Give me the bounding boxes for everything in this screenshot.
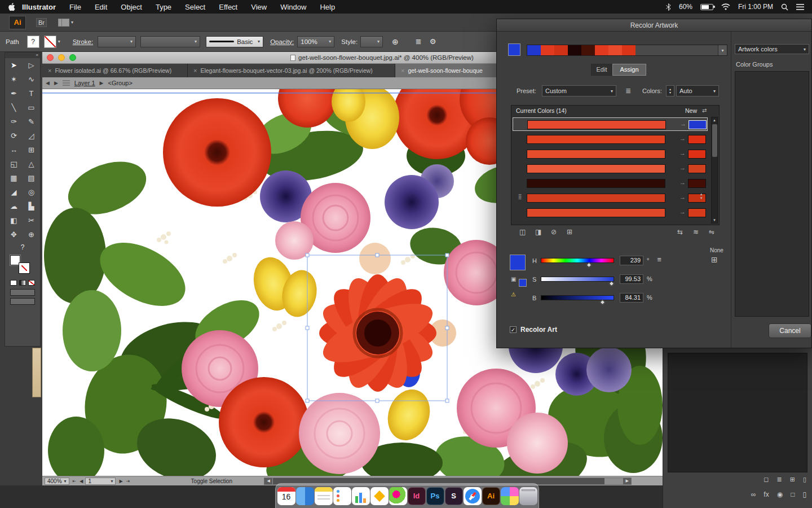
- menu-item-object[interactable]: Object: [121, 3, 142, 11]
- colors-scrollbar[interactable]: ▲ ▼: [711, 117, 718, 224]
- stroke-link-label[interactable]: Stroke:: [73, 38, 93, 45]
- tab-assign[interactable]: Assign: [612, 64, 646, 76]
- current-color-bar[interactable]: [527, 135, 665, 144]
- document-info-globe-icon[interactable]: ⊕: [392, 37, 399, 46]
- current-color-bar[interactable]: [527, 208, 665, 217]
- out-of-gamut-warning-icon[interactable]: ⚠: [511, 291, 516, 297]
- swatch-library-limit-icon[interactable]: ⊞: [711, 255, 718, 264]
- scale-tool[interactable]: ◿: [23, 129, 40, 143]
- current-color-row-2[interactable]: →: [513, 133, 708, 146]
- illustrator-logo[interactable]: Ai: [9, 16, 26, 29]
- brush-definition-dropdown[interactable]: Basic ▾: [206, 36, 263, 47]
- stroke-swatch[interactable]: [19, 263, 29, 273]
- rotate-tool[interactable]: ⟳: [5, 129, 23, 143]
- new-color-swatch[interactable]: [688, 194, 706, 203]
- scroll-right-icon[interactable]: ▶: [623, 478, 631, 484]
- prev-artboard-icon[interactable]: ◀: [80, 479, 83, 484]
- slack-dock-icon[interactable]: S: [445, 487, 463, 505]
- menu-item-type[interactable]: Type: [156, 3, 171, 11]
- current-color-bar[interactable]: [527, 164, 665, 173]
- workspace-switcher[interactable]: ▾: [58, 19, 73, 27]
- menu-item-view[interactable]: View: [251, 3, 267, 11]
- artboard-tool[interactable]: ◧: [5, 213, 23, 227]
- type-tool[interactable]: T: [23, 86, 40, 100]
- notes-dock-icon[interactable]: [315, 487, 333, 505]
- hsb-color-swatch[interactable]: [510, 255, 526, 270]
- stroke-proxy-swatch[interactable]: [44, 36, 56, 48]
- saturation-value-field[interactable]: 99.53: [620, 274, 643, 284]
- transform-panel-icon[interactable]: ≣: [416, 37, 422, 46]
- pen-tool[interactable]: ✒: [5, 86, 23, 100]
- brightness-slider[interactable]: [541, 295, 614, 300]
- separate-colors-icon[interactable]: ◨: [535, 228, 541, 236]
- back-icon[interactable]: ◀: [46, 80, 50, 86]
- artwork-colors-dropdown[interactable]: Artwork colors ▾: [735, 44, 809, 54]
- saturation-slider-thumb[interactable]: [609, 281, 615, 287]
- menu-item-effect[interactable]: Effect: [219, 3, 237, 11]
- gradient-button[interactable]: [19, 280, 26, 286]
- last-artboard-icon[interactable]: ⇥: [126, 479, 130, 484]
- lasso-tool[interactable]: ∿: [23, 72, 40, 86]
- new-layer-icon[interactable]: □: [791, 491, 795, 498]
- new-color-swatch[interactable]: [688, 179, 706, 188]
- swap-columns-icon[interactable]: ⇄: [702, 107, 707, 113]
- indesign-dock-icon[interactable]: Id: [408, 487, 426, 505]
- tab-edit[interactable]: Edit: [591, 64, 612, 76]
- brightness-slider-thumb[interactable]: [599, 300, 605, 305]
- photoshop-dock-icon[interactable]: Ps: [426, 487, 444, 505]
- close-tab-icon[interactable]: ×: [48, 67, 51, 74]
- menu-item-file[interactable]: File: [69, 3, 81, 11]
- breadcrumb-group[interactable]: <Group>: [108, 80, 132, 86]
- opacity-link-label[interactable]: Opacity:: [270, 38, 294, 45]
- bridge-button[interactable]: Br: [36, 18, 47, 27]
- save-preset-icon[interactable]: ≣: [625, 87, 631, 95]
- zoom-dropdown[interactable]: 400% ▾: [45, 478, 69, 485]
- hue-slider[interactable]: [541, 258, 614, 263]
- document-tab-1[interactable]: × Flower isolated.ai @ 66.67% (RGB/Previ…: [42, 64, 188, 77]
- eyedropper-tool[interactable]: ◢: [5, 185, 23, 199]
- illustrator-dock-icon[interactable]: Ai: [482, 487, 500, 505]
- trash-dock-icon[interactable]: [519, 487, 537, 505]
- link-icon[interactable]: ∞: [751, 491, 756, 498]
- exclude-colors-icon[interactable]: ⊘: [551, 228, 557, 236]
- opacity-dropdown[interactable]: 100% ▾: [297, 36, 334, 47]
- layers-list-empty[interactable]: [668, 353, 807, 472]
- apple-icon[interactable]: [8, 3, 15, 11]
- current-color-bar[interactable]: [527, 179, 665, 188]
- symbol-sprayer-tool[interactable]: ☁: [5, 199, 23, 213]
- mesh-tool[interactable]: ▦: [5, 171, 23, 185]
- active-app-name[interactable]: Illustrator: [22, 3, 56, 11]
- colors-stepper[interactable]: ▴ ▾: [666, 85, 674, 97]
- preset-dropdown[interactable]: Custom ▾: [542, 85, 616, 97]
- none-button[interactable]: [28, 280, 35, 286]
- breadcrumb-layer[interactable]: Layer 1: [74, 80, 95, 86]
- chevron-down-icon[interactable]: ▾: [718, 45, 727, 55]
- direct-selection-tool[interactable]: ▷: [23, 58, 40, 72]
- current-color-row-4[interactable]: →: [513, 162, 708, 176]
- color-groups-list[interactable]: [735, 71, 809, 317]
- bluetooth-icon[interactable]: [666, 3, 671, 11]
- finder-dock-icon[interactable]: [296, 487, 314, 505]
- width-tool[interactable]: ↔: [5, 143, 23, 157]
- delete-layer-icon[interactable]: ▯: [802, 491, 806, 498]
- new-color-swatch[interactable]: [688, 164, 706, 173]
- brightness-value-field[interactable]: 84.31: [620, 293, 643, 303]
- free-transform-tool[interactable]: ⊞: [23, 143, 40, 157]
- zoom-tool[interactable]: ⊕: [23, 227, 40, 242]
- reminders-dock-icon[interactable]: [333, 487, 351, 505]
- draw-mode-button[interactable]: [10, 289, 35, 296]
- rectangle-tool[interactable]: ▭: [23, 100, 40, 115]
- new-color-swatch[interactable]: [688, 208, 706, 217]
- new-color-swatch[interactable]: [688, 150, 706, 159]
- row-drag-handle[interactable]: ⣿: [518, 194, 522, 199]
- panel-flyout-icon[interactable]: ≣: [777, 476, 782, 483]
- panel-square-icon[interactable]: ◻: [764, 476, 769, 483]
- scrollbar-thumb[interactable]: [712, 124, 717, 157]
- scroll-up-icon[interactable]: ▲: [712, 117, 717, 123]
- current-color-row-7[interactable]: →: [513, 206, 708, 220]
- perspective-grid-tool[interactable]: △: [23, 157, 40, 171]
- screen-mode-button[interactable]: [10, 298, 35, 305]
- width-profile-dropdown[interactable]: ▾: [140, 36, 200, 47]
- paintbrush-tool[interactable]: ✑: [5, 115, 23, 129]
- pencil-tool[interactable]: ✎: [23, 115, 40, 129]
